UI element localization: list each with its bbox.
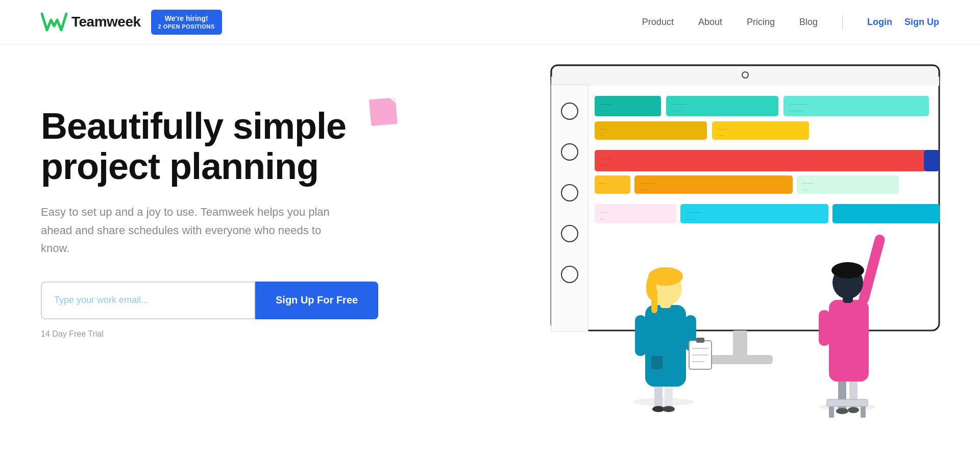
hero-content: Beautifully simple project planning Easy…	[41, 75, 378, 339]
hero-title: Beautifully simple project planning	[41, 106, 378, 187]
hiring-sub-text: 2 OPEN POSITIONS	[158, 23, 215, 30]
svg-rect-77	[829, 300, 869, 381]
svg-rect-23	[595, 121, 707, 140]
svg-text:——: ——	[640, 188, 647, 191]
svg-text:——: ——	[600, 210, 608, 214]
svg-text:———: ———	[600, 156, 612, 161]
logo-area: Teamweek	[41, 12, 141, 32]
nav-blog[interactable]: Blog	[799, 17, 818, 28]
hero-section: Beautifully simple project planning Easy…	[0, 45, 980, 458]
logo-icon	[41, 12, 67, 32]
hero-description: Easy to set up and a joy to use. Teamwee…	[41, 203, 337, 257]
hiring-main-text: We're hiring!	[158, 14, 215, 23]
svg-text:——: ——	[802, 188, 809, 191]
svg-text:—————: —————	[789, 101, 809, 106]
svg-rect-78	[819, 310, 830, 346]
svg-rect-55	[645, 305, 686, 387]
svg-rect-17	[666, 96, 778, 116]
svg-point-73	[848, 407, 859, 413]
nav-about[interactable]: About	[698, 17, 722, 28]
svg-text:———: ———	[671, 109, 682, 112]
navbar-left: Teamweek We're hiring! 2 OPEN POSITIONS	[41, 10, 222, 34]
svg-text:——: ——	[717, 133, 724, 137]
svg-rect-74	[827, 399, 868, 406]
svg-rect-35	[634, 175, 793, 194]
nav-login-link[interactable]: Login	[867, 17, 892, 28]
svg-text:———: ———	[802, 181, 814, 185]
email-form: Sign Up For Free	[41, 282, 378, 319]
hiring-badge[interactable]: We're hiring! 2 OPEN POSITIONS	[151, 10, 222, 34]
nav-product[interactable]: Product	[642, 17, 674, 28]
svg-rect-32	[924, 150, 939, 171]
svg-text:———: ———	[717, 126, 729, 131]
trial-text: 14 Day Free Trial	[41, 329, 378, 339]
svg-rect-20	[783, 96, 929, 116]
svg-text:——: ——	[600, 163, 607, 167]
svg-point-82	[831, 262, 864, 278]
svg-rect-7	[551, 85, 588, 332]
nav-signup-link[interactable]: Sign Up	[904, 17, 939, 28]
svg-rect-75	[829, 406, 834, 418]
svg-text:————: ————	[640, 181, 656, 185]
svg-rect-57	[635, 315, 646, 356]
svg-point-54	[663, 406, 675, 412]
svg-point-72	[836, 408, 848, 414]
svg-rect-1	[369, 97, 398, 126]
svg-text:——: ——	[600, 126, 608, 131]
svg-rect-14	[595, 96, 661, 116]
svg-rect-47	[832, 204, 940, 223]
svg-text:——: ——	[598, 181, 606, 185]
sticky-note-decoration	[368, 96, 398, 126]
svg-text:—: —	[600, 217, 603, 220]
svg-rect-48	[733, 330, 747, 356]
email-input[interactable]	[41, 282, 255, 319]
navbar-right: Product About Pricing Blog Login Sign Up	[642, 15, 939, 30]
svg-rect-68	[651, 289, 657, 313]
svg-text:————: ————	[789, 109, 803, 112]
svg-point-50	[633, 398, 694, 406]
svg-rect-29	[595, 150, 926, 171]
nav-pricing[interactable]: Pricing	[747, 17, 775, 28]
svg-rect-60	[696, 338, 704, 343]
signup-button[interactable]: Sign Up For Free	[255, 282, 378, 319]
logo-name: Teamweek	[71, 14, 141, 30]
svg-text:————: ————	[671, 101, 688, 106]
svg-rect-56	[651, 356, 663, 369]
nav-auth: Login Sign Up	[867, 17, 939, 28]
svg-rect-44	[680, 204, 828, 223]
nav-links: Product About Pricing Blog	[642, 17, 818, 28]
svg-text:——: ——	[600, 109, 607, 112]
svg-text:———: ———	[600, 101, 612, 106]
svg-text:—: —	[600, 133, 603, 137]
svg-rect-76	[861, 406, 866, 418]
svg-text:————: ————	[685, 210, 702, 214]
hero-illustration: ——— —— ———— ——— ————— ———— —— — ——— —— —…	[490, 45, 980, 448]
svg-text:———: ———	[685, 217, 696, 220]
navbar: Teamweek We're hiring! 2 OPEN POSITIONS …	[0, 0, 980, 45]
nav-divider	[842, 15, 843, 30]
